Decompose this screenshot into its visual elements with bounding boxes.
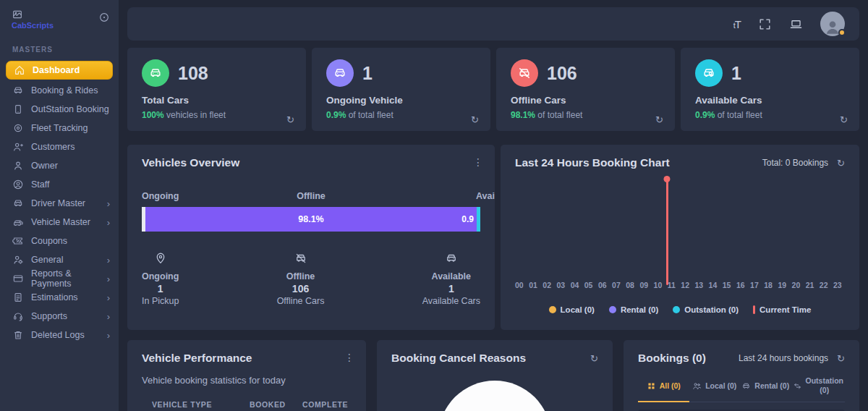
grid-icon [647,381,656,391]
target-icon [12,122,24,134]
panel-subtitle: Vehicle booking statistics for today [142,375,352,386]
chevron-right-icon: › [107,199,110,208]
stat-percent-line: 98.1% of total fleet [511,110,660,120]
column-complete: COMPLETE [302,400,352,409]
current-time-line [666,179,668,285]
stat-value: 106 [547,63,577,84]
sidebar-item-booking-rides[interactable]: Booking & Rides [0,81,119,100]
sidebar-item-label: Driver Master [31,198,85,208]
legend-local[interactable]: Local (0) [549,305,595,314]
sidebar-item-vehicle-master[interactable]: Vehicle Master › [0,213,119,232]
car-icon [741,381,751,391]
broken-image-icon [12,9,23,20]
vehicles-stacked-bar[interactable]: 98.1% 0.9 [142,207,480,232]
bar-segment-offline[interactable]: 98.1% [145,207,477,232]
tab-local[interactable]: Local (0) [689,373,741,402]
sidebar-item-supports[interactable]: Supports › [0,307,119,326]
tab-outstation[interactable]: Outstation (0) [791,373,846,402]
refresh-icon[interactable]: ↻ [840,114,848,125]
user-circle-icon [12,179,24,190]
status-dot [838,29,846,36]
sidebar-item-estimations[interactable]: Estimations › [0,288,119,307]
sidebar-item-label: Booking & Rides [31,85,98,96]
sidebar-item-staff[interactable]: Staff [0,175,119,194]
sidebar-item-driver-master[interactable]: Driver Master › [0,194,119,213]
stat-percent-line: 0.9% of total fleet [695,110,845,120]
local-dot-icon [549,306,556,313]
label-ongoing: Ongoing [142,191,179,201]
panel-title: Vehicle Performance [142,352,352,365]
bar-segment-available[interactable] [477,207,480,232]
middle-row: Vehicles Overview ⋮ Ongoing Offline Avai… [127,145,859,330]
trash-icon [12,329,24,341]
bookings-subtitle-row: Last 24 hours bookings ↻ [739,353,845,364]
sidebar-item-label: Supports [31,311,67,321]
vo-stat-offline: Offline 106 Offline Cars [277,252,325,306]
taxi-icon [142,59,169,87]
kebab-menu-icon[interactable]: ⋮ [473,156,483,168]
stat-cards-row: 108 Total Cars 100% vehicles in fleet ↻ … [127,48,859,131]
car-slash-icon [511,59,538,87]
chart-legend: Local (0) Rental (0) Outstation (0) Curr… [515,305,845,314]
refresh-icon[interactable]: ↻ [837,158,845,169]
legend-current-time: Current Time [753,305,811,314]
main-content: tT 108 Total Cars 100% vehicles in fleet… [119,0,868,411]
refresh-icon[interactable]: ↻ [837,353,845,364]
sidebar-item-reports-payments[interactable]: Reports & Payments › [0,269,119,288]
bookings-subtitle: Last 24 hours bookings [739,353,828,363]
x-axis-hours: 0001020304050607080910111213141516171819… [515,281,842,289]
sidebar: CabScripts MASTERS Dashboard Booking & R… [0,0,119,411]
legend-rental[interactable]: Rental (0) [609,305,658,314]
text-size-icon[interactable]: tT [733,18,741,30]
dashboard-page: CabScripts MASTERS Dashboard Booking & R… [0,0,868,411]
sidebar-item-fleet-tracking[interactable]: Fleet Tracking [0,119,119,137]
vehicles-overview-panel: Vehicles Overview ⋮ Ongoing Offline Avai… [127,145,495,330]
sidebar-item-deleted-logs[interactable]: Deleted Logs › [0,326,119,344]
car-icon [12,198,24,209]
stat-label: Total Cars [142,95,292,106]
booking-chart-plot[interactable]: 0001020304050607080910111213141516171819… [515,171,845,289]
fullscreen-icon[interactable] [758,17,772,31]
tab-rental[interactable]: Rental (0) [740,373,791,402]
display-icon[interactable] [789,17,803,31]
sidebar-item-general[interactable]: General › [0,250,119,269]
refresh-icon[interactable]: ↻ [286,114,294,125]
kebab-menu-icon[interactable]: ⋮ [344,352,354,363]
sidebar-item-label: Owner [31,161,58,171]
sidebar-item-coupons[interactable]: Coupons [0,232,119,250]
sidebar-item-label: Fleet Tracking [31,123,88,133]
tablet-icon [12,103,24,115]
chevron-right-icon: › [107,312,110,321]
panel-title: Vehicles Overview [142,156,480,169]
vo-stat-ongoing: Ongoing 1 In Pickup [142,252,179,306]
stat-percent-line: 100% vehicles in fleet [142,110,292,120]
chevron-right-icon: › [107,255,110,265]
user-avatar[interactable] [820,12,845,36]
chevron-right-icon: › [107,274,110,284]
sidebar-item-outstation-booking[interactable]: OutStation Booking [0,100,119,119]
refresh-icon[interactable]: ↻ [590,353,598,364]
headset-icon [12,310,24,322]
sidebar-toggle-icon[interactable] [98,12,110,23]
sidebar-item-label: Coupons [31,236,67,246]
car-slash-icon [294,252,307,265]
sidebar-item-label: Customers [31,142,75,152]
empty-pie-chart [438,381,551,411]
user-icon [12,160,24,171]
column-booked: BOOKED [250,400,302,409]
refresh-icon[interactable]: ↻ [655,114,663,125]
vehicles-overview-labels: Ongoing Offline Available [142,191,480,201]
sidebar-item-owner[interactable]: Owner [0,156,119,175]
sidebar-item-customers[interactable]: Customers [0,137,119,156]
sidebar-item-dashboard[interactable]: Dashboard [6,61,113,80]
stat-value: 108 [178,63,208,84]
top-header-bar: tT [127,7,859,41]
stat-label: Offline Cars [511,95,660,106]
sidebar-item-label: Vehicle Master [31,217,90,227]
legend-outstation[interactable]: Outstation (0) [673,305,739,314]
cars-icon [12,216,24,228]
tab-all[interactable]: All (0) [638,373,689,402]
refresh-icon[interactable]: ↻ [471,114,479,125]
sidebar-item-label: Reports & Payments [31,268,100,289]
chevron-right-icon: › [107,331,110,340]
